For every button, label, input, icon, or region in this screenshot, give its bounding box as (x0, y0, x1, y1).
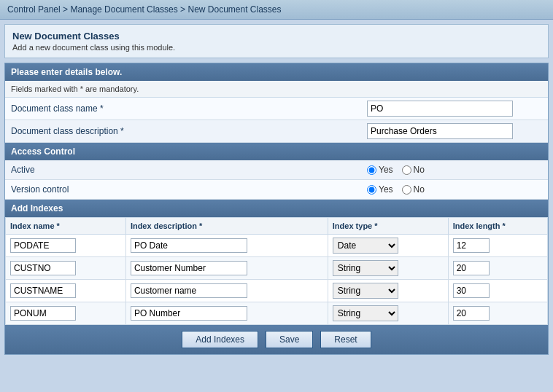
index-type-select[interactable]: DateStringIntegerFloat (333, 238, 398, 254)
active-label: Active (5, 160, 363, 179)
active-radio-group: Yes No (367, 165, 544, 175)
index-name-input[interactable] (10, 261, 76, 275)
add-indexes-header: Add Indexes (5, 200, 548, 217)
active-no-radio[interactable] (402, 165, 411, 175)
table-row: DateStringIntegerFloat (6, 302, 548, 325)
table-row: DateStringIntegerFloat (6, 235, 548, 257)
doc-class-name-label: Document class name * (5, 99, 363, 118)
version-yes-radio[interactable] (367, 185, 376, 195)
breadcrumb: Control Panel > Manage Document Classes … (0, 0, 553, 20)
version-no-label: No (414, 184, 425, 195)
doc-class-desc-label: Document class description * (5, 122, 363, 141)
col-index-name: Index name * (6, 218, 126, 235)
reset-button[interactable]: Reset (320, 331, 371, 348)
index-length-input[interactable] (453, 306, 490, 321)
doc-class-desc-value (363, 120, 548, 142)
index-name-input[interactable] (10, 283, 76, 298)
index-description-input[interactable] (131, 261, 247, 275)
save-button[interactable]: Save (266, 331, 313, 348)
active-row: Active Yes No (5, 160, 548, 180)
index-description-input[interactable] (131, 283, 247, 298)
doc-class-desc-input[interactable] (367, 123, 513, 139)
table-row: DateStringIntegerFloat (6, 280, 548, 302)
add-indexes-button[interactable]: Add Indexes (182, 331, 258, 348)
indexes-table: Index name * Index description * Index t… (5, 217, 548, 325)
version-control-label: Version control (5, 180, 363, 199)
active-yes-label: Yes (379, 165, 393, 175)
index-name-input[interactable] (10, 306, 76, 321)
doc-class-name-value (363, 98, 548, 119)
details-section-header: Please enter details below. (5, 63, 548, 81)
col-index-length: Index length * (448, 218, 547, 235)
active-value: Yes No (363, 162, 548, 178)
index-description-input[interactable] (131, 306, 247, 321)
table-row: DateStringIntegerFloat (6, 257, 548, 280)
page-title: New Document Classes (12, 31, 541, 42)
active-yes-radio[interactable] (367, 165, 376, 175)
access-control-header: Access Control (5, 143, 548, 160)
index-type-select[interactable]: DateStringIntegerFloat (333, 283, 398, 299)
index-type-select[interactable]: DateStringIntegerFloat (333, 260, 398, 276)
version-no-radio[interactable] (402, 185, 411, 195)
index-length-input[interactable] (453, 261, 490, 275)
version-control-row: Version control Yes No (5, 180, 548, 200)
version-control-radio-group: Yes No (367, 184, 544, 195)
index-description-input[interactable] (131, 238, 247, 253)
index-length-input[interactable] (453, 238, 490, 253)
col-index-description: Index description * (125, 218, 328, 235)
page-subtitle: Add a new document class using this modu… (12, 43, 541, 52)
active-no-label: No (414, 165, 425, 175)
doc-class-name-input[interactable] (367, 101, 513, 117)
mandatory-note: Fields marked with * are mandatory. (5, 81, 548, 98)
index-type-select[interactable]: DateStringIntegerFloat (333, 305, 398, 321)
doc-class-name-row: Document class name * (5, 98, 548, 120)
active-yes-option[interactable]: Yes (367, 165, 393, 175)
index-name-input[interactable] (10, 238, 76, 253)
page-header: New Document Classes Add a new document … (4, 24, 549, 58)
index-length-input[interactable] (453, 283, 490, 298)
button-bar: Add Indexes Save Reset (5, 325, 548, 354)
version-no-option[interactable]: No (402, 184, 425, 195)
version-yes-label: Yes (379, 184, 393, 195)
main-form: Please enter details below. Fields marke… (4, 63, 549, 355)
doc-class-desc-row: Document class description * (5, 120, 548, 143)
version-yes-option[interactable]: Yes (367, 184, 393, 195)
version-control-value: Yes No (363, 181, 548, 197)
active-no-option[interactable]: No (402, 165, 425, 175)
col-index-type: Index type * (328, 218, 448, 235)
